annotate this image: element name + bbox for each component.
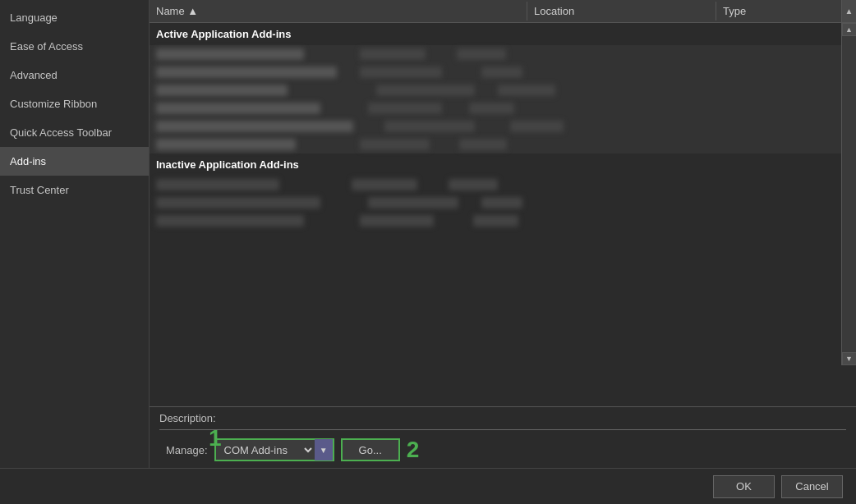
scrollbar[interactable]: ▲ ▼ xyxy=(841,23,856,365)
footer: OK Cancel xyxy=(0,468,856,504)
scroll-track[interactable] xyxy=(842,36,856,352)
description-divider xyxy=(159,429,846,430)
sidebar-item-language[interactable]: Language xyxy=(0,3,149,32)
bottom-section: Description: 1 Manage: COM Add-ins Excel… xyxy=(150,406,856,468)
go-button[interactable]: Go... xyxy=(341,438,400,461)
table-body: Active Application Add-ins xyxy=(150,23,856,406)
badge-2: 2 xyxy=(407,438,420,461)
table-row xyxy=(150,99,856,117)
table-row xyxy=(150,176,856,194)
col-header-location: Location xyxy=(527,2,716,21)
scroll-down-arrow[interactable]: ▼ xyxy=(842,352,857,365)
col-header-name: Name ▲ xyxy=(150,2,527,21)
sidebar: Language Ease of Access Advanced Customi… xyxy=(0,0,150,468)
inactive-section-header: Inactive Application Add-ins xyxy=(150,153,856,176)
manage-row: 1 Manage: COM Add-ins Excel Add-ins Acti… xyxy=(159,435,846,465)
table-row xyxy=(150,194,856,212)
sidebar-item-quick-access-toolbar[interactable]: Quick Access Toolbar xyxy=(0,118,149,147)
content-area: Name ▲ Location Type ▲ Active Applicatio… xyxy=(150,0,856,468)
scroll-top-button[interactable]: ▲ xyxy=(841,0,856,22)
sidebar-item-trust-center[interactable]: Trust Center xyxy=(0,176,149,204)
description-label: Description: xyxy=(159,412,846,424)
table-row xyxy=(150,117,856,135)
sidebar-item-customize-ribbon[interactable]: Customize Ribbon xyxy=(0,89,149,118)
table-row xyxy=(150,63,856,81)
main-container: Language Ease of Access Advanced Customi… xyxy=(0,0,856,468)
col-header-type: Type xyxy=(716,2,856,21)
sidebar-item-ease-of-access[interactable]: Ease of Access xyxy=(0,32,149,61)
table-row xyxy=(150,212,856,230)
cancel-button[interactable]: Cancel xyxy=(781,475,843,498)
table-row xyxy=(150,45,856,63)
scroll-up-arrow[interactable]: ▲ xyxy=(842,23,857,36)
table-header: Name ▲ Location Type ▲ xyxy=(150,0,856,23)
sidebar-item-advanced[interactable]: Advanced xyxy=(0,61,149,89)
badge-1: 1 xyxy=(209,427,222,450)
manage-label: Manage: xyxy=(166,444,208,456)
table-row xyxy=(150,135,856,153)
table-row xyxy=(150,81,856,99)
active-section-header: Active Application Add-ins xyxy=(150,23,856,45)
dropdown-arrow-icon[interactable]: ▼ xyxy=(315,439,333,460)
manage-dropdown[interactable]: COM Add-ins Excel Add-ins Actions XML Ex… xyxy=(216,440,315,460)
sidebar-item-add-ins[interactable]: Add-ins xyxy=(0,147,149,176)
ok-button[interactable]: OK xyxy=(713,475,775,498)
manage-select-wrapper: COM Add-ins Excel Add-ins Actions XML Ex… xyxy=(214,438,334,461)
